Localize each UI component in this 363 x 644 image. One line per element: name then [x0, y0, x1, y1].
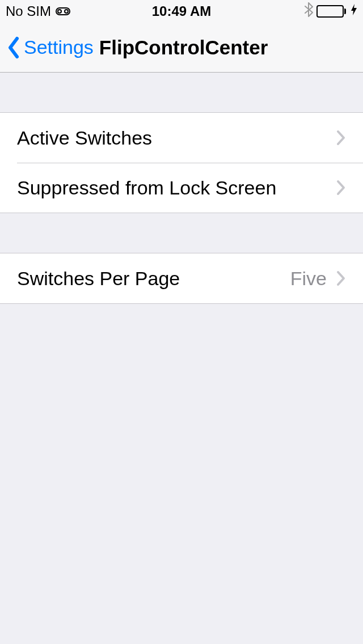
charging-bolt-icon [351, 3, 357, 19]
chevron-right-icon [336, 129, 346, 146]
back-label: Settings [24, 36, 94, 58]
row-label: Switches Per Page [17, 268, 290, 290]
row-suppressed-lock-screen[interactable]: Suppressed from Lock Screen [0, 163, 363, 213]
bluetooth-icon [304, 2, 313, 20]
status-bar: No SIM 10:49 AM [0, 0, 363, 23]
settings-group-2: Switches Per Page Five [0, 253, 363, 304]
group-spacer [0, 213, 363, 253]
page-title: FlipControlCenter [99, 36, 268, 59]
row-active-switches[interactable]: Active Switches [0, 113, 363, 163]
chevron-right-icon [336, 270, 346, 287]
back-button[interactable]: Settings [7, 36, 94, 59]
status-time: 10:49 AM [152, 3, 211, 19]
chevron-right-icon [336, 179, 346, 196]
row-value: Five [290, 268, 327, 290]
status-left: No SIM [6, 3, 70, 19]
hotspot-icon [56, 7, 70, 16]
settings-group-1: Active Switches Suppressed from Lock Scr… [0, 112, 363, 213]
battery-indicator [316, 5, 346, 18]
group-spacer [0, 73, 363, 112]
row-label: Active Switches [17, 127, 336, 149]
chevron-left-icon [7, 36, 20, 59]
row-label: Suppressed from Lock Screen [17, 177, 336, 199]
row-switches-per-page[interactable]: Switches Per Page Five [0, 253, 363, 303]
carrier-text: No SIM [6, 3, 51, 19]
status-right [304, 2, 357, 20]
navigation-bar: Settings FlipControlCenter [0, 23, 363, 73]
svg-point-1 [65, 10, 68, 13]
svg-point-0 [58, 10, 61, 13]
